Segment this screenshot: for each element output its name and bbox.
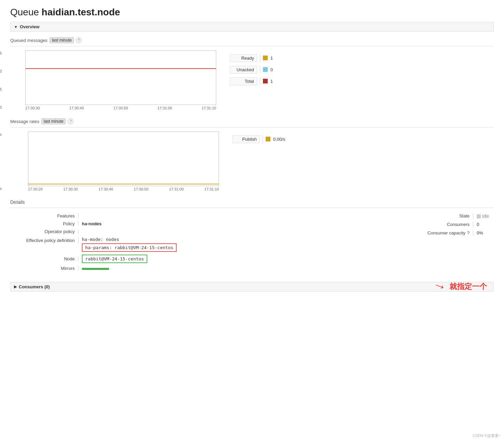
legend-total-label: Total (230, 77, 257, 85)
message-rates-chart-row: 1.0 /s 0.0 /s 17:30:20 17:30:30 17:30:40… (10, 132, 494, 191)
detail-consumers: Consumers 0 (385, 222, 494, 227)
details-section: Details Features Policy ha-nodes Operato… (10, 199, 494, 274)
detail-operator-policy: Operator policy (10, 229, 357, 234)
legend-total-divider (260, 77, 260, 85)
message-rates-divider (10, 127, 494, 127)
mirrors-bar (82, 268, 109, 270)
annotation-text: 就指定一个 (449, 282, 487, 292)
detail-mirrors-val (78, 266, 109, 271)
detail-effective-policy-key: Effective policy definition (10, 237, 78, 243)
state-idle-text: idle (482, 213, 489, 218)
effective-policy-block: ha-mode: nodes ha-params: rabbit@VM-24-1… (82, 237, 177, 252)
legend-ready-divider (260, 54, 260, 62)
queued-messages-chart-row: 1.5 1.0 0.5 0.0 17:30:30 17:30:40 17:30:… (10, 50, 494, 110)
message-rates-legend: Publish 0.00/s (233, 135, 285, 143)
legend-unacked: Unacked 0 (230, 65, 273, 74)
message-rates-badge[interactable]: last minute (41, 118, 66, 124)
legend-total-color (263, 79, 268, 83)
detail-mirrors-key: Mirrors (10, 266, 78, 271)
message-rates-svg (28, 132, 219, 186)
annotation: → 就指定一个 (433, 282, 487, 293)
overview-arrow-icon: ▼ (14, 25, 18, 29)
detail-consumers-val: 0 (473, 222, 494, 227)
legend-ready-label: Ready (230, 54, 257, 62)
queued-messages-help[interactable]: ? (76, 37, 81, 43)
detail-consumer-capacity-key: Consumer capacity ? (419, 230, 473, 235)
legend-publish-label: Publish (233, 135, 260, 143)
consumers-label: Consumers (0) (19, 284, 50, 289)
detail-effective-policy: Effective policy definition ha-mode: nod… (10, 237, 357, 252)
overview-label: Overview (20, 24, 40, 29)
detail-state-key: State (419, 213, 473, 218)
legend-unacked-divider (260, 65, 260, 74)
legend-publish: Publish 0.00/s (233, 135, 285, 143)
detail-policy-key: Policy (10, 221, 78, 226)
ha-params-box: ha-params: rabbit@VM-24-15-centos (82, 243, 177, 252)
queued-messages-chart-container: 1.5 1.0 0.5 0.0 17:30:30 17:30:40 17:30:… (10, 50, 216, 110)
ha-mode-line: ha-mode: nodes (82, 237, 177, 242)
detail-state: State idle (385, 213, 494, 218)
legend-ready-value: 1 (270, 56, 273, 61)
node-box: rabbit@VM-24-15-centos (82, 255, 147, 263)
consumer-capacity-help[interactable]: ? (467, 230, 470, 235)
message-rates-x-labels: 17:30:20 17:30:30 17:30:40 17:30:50 17:3… (28, 187, 219, 191)
details-left-column: Features Policy ha-nodes Operator policy… (10, 213, 357, 274)
queued-messages-divider (10, 46, 494, 46)
detail-features: Features (10, 213, 357, 218)
queued-messages-x-labels: 17:30:30 17:30:40 17:30:50 17:31:00 17:3… (25, 106, 216, 110)
page-title: Queue haidian.test.node (10, 7, 494, 18)
message-rates-chart-container: 1.0 /s 0.0 /s 17:30:20 17:30:30 17:30:40… (10, 132, 219, 191)
queued-messages-badge[interactable]: last minute (49, 37, 74, 43)
overview-section-header[interactable]: ▼ Overview (10, 22, 494, 32)
detail-state-val: idle (473, 213, 494, 218)
detail-node-val: rabbit@VM-24-15-centos (78, 255, 147, 263)
queued-messages-y-labels: 1.5 1.0 0.5 0.0 (0, 50, 2, 110)
legend-unacked-value: 0 (270, 67, 273, 72)
consumers-arrow-icon: ▶ (14, 285, 17, 289)
detail-mirrors: Mirrors (10, 266, 357, 271)
legend-ready: Ready 1 (230, 54, 273, 62)
details-divider (10, 208, 494, 208)
queued-messages-svg (26, 51, 216, 105)
red-arrow-icon: → (431, 276, 449, 295)
detail-consumer-capacity: Consumer capacity ? 0% (385, 230, 494, 235)
detail-policy: Policy ha-nodes (10, 221, 357, 226)
queued-messages-section: Queued messages last minute ? 1.5 1.0 0.… (10, 37, 494, 110)
detail-node: Node rabbit@VM-24-15-centos (10, 255, 357, 263)
queued-messages-chart-area (25, 50, 216, 105)
state-color-icon (477, 214, 481, 218)
legend-unacked-label: Unacked (230, 66, 257, 74)
detail-features-key: Features (10, 213, 78, 218)
legend-ready-color (263, 56, 268, 60)
legend-publish-value: 0.00/s (273, 137, 285, 142)
queued-messages-legend: Ready 1 Unacked 0 Total 1 (230, 54, 273, 85)
detail-node-key: Node (10, 256, 78, 261)
consumers-section: ▶ Consumers (0) (10, 282, 494, 292)
message-rates-help[interactable]: ? (68, 119, 73, 124)
detail-consumer-capacity-val: 0% (473, 230, 494, 235)
legend-total: Total 1 (230, 77, 273, 85)
legend-unacked-color (263, 67, 268, 72)
consumers-section-header[interactable]: ▶ Consumers (0) (10, 282, 494, 292)
message-rates-label: Message rates last minute ? (10, 118, 494, 124)
detail-policy-val: ha-nodes (78, 221, 102, 226)
detail-effective-policy-val: ha-mode: nodes ha-params: rabbit@VM-24-1… (78, 237, 177, 252)
message-rates-y-labels: 1.0 /s 0.0 /s (0, 132, 2, 191)
detail-consumers-key: Consumers (419, 222, 473, 227)
message-rates-chart-area (28, 132, 219, 186)
details-label: Details (10, 199, 494, 205)
detail-operator-policy-key: Operator policy (10, 229, 78, 234)
legend-total-value: 1 (270, 79, 273, 84)
legend-publish-divider (263, 135, 263, 143)
legend-publish-color (266, 137, 270, 141)
message-rates-section: Message rates last minute ? 1.0 /s 0.0 /… (10, 118, 494, 191)
details-right-column: State idle Consumers 0 Consumer capacity… (385, 213, 494, 274)
queued-messages-label: Queued messages last minute ? (10, 37, 494, 43)
